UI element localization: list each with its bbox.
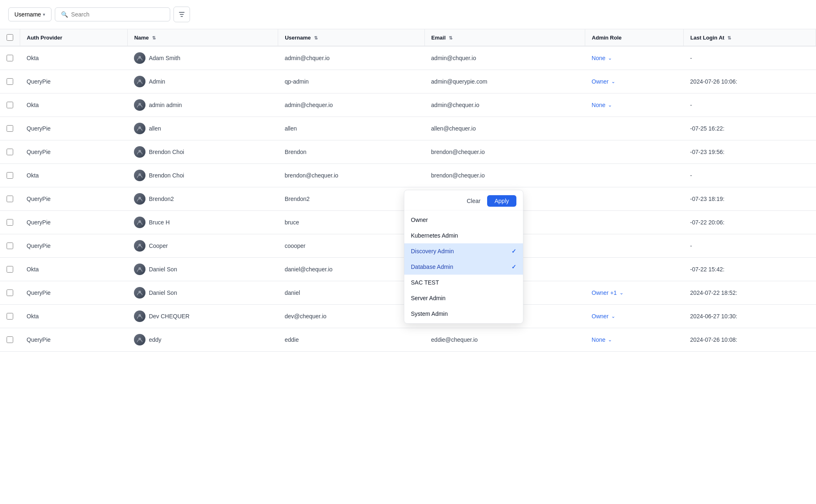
row-checkbox[interactable]: [7, 125, 13, 132]
col-email[interactable]: Email ⇅: [424, 29, 585, 46]
name-text: Dev CHEQUER: [149, 313, 190, 320]
username-cell: brendon@chequer.io: [278, 164, 424, 187]
row-checkbox[interactable]: [7, 102, 13, 108]
auth-provider-cell: QueryPie: [20, 117, 128, 140]
dropdown-item[interactable]: SAC TEST: [404, 275, 523, 290]
auth-provider-cell: Okta: [20, 93, 128, 117]
select-all-header: [0, 29, 20, 46]
dropdown-item[interactable]: Database Admin ✓: [404, 259, 523, 275]
filter-icon: [178, 11, 185, 18]
table-row: QueryPie Admin qp-adminadmin@querypie.co…: [0, 70, 816, 93]
dropdown-item-label: Server Admin: [411, 295, 446, 301]
role-chevron-icon[interactable]: ⌄: [619, 290, 624, 296]
role-label: Owner: [592, 313, 609, 320]
name-cell: allen: [127, 117, 278, 140]
name-cell: admin admin: [127, 93, 278, 117]
dropdown-item[interactable]: System Admin: [404, 306, 523, 322]
username-cell: admin@chquer.io: [278, 46, 424, 70]
row-checkbox[interactable]: [7, 172, 13, 179]
row-checkbox[interactable]: [7, 289, 13, 296]
avatar: [134, 123, 145, 134]
email-cell: brendon@chequer.io: [424, 140, 585, 164]
admin-role-cell: None ⌄: [585, 328, 684, 352]
name-text: allen: [149, 125, 161, 132]
avatar: [134, 76, 145, 87]
table-row: Okta Adam Smith admin@chquer.ioadmin@chq…: [0, 46, 816, 70]
last-login-cell: -07-23 19:56:: [684, 140, 816, 164]
last-login-cell: -07-22 15:42:: [684, 258, 816, 281]
last-login-cell: -: [684, 93, 816, 117]
clear-button[interactable]: Clear: [464, 196, 484, 206]
name-text: Daniel Son: [149, 266, 177, 273]
avatar: [134, 240, 145, 252]
email-cell: brendon@chequer.io: [424, 164, 585, 187]
select-all-checkbox[interactable]: [7, 34, 13, 41]
check-icon: ✓: [511, 264, 516, 270]
role-label: Owner +1: [592, 289, 617, 296]
filter-button[interactable]: [174, 7, 190, 22]
username-cell: admin@chequer.io: [278, 93, 424, 117]
table-header-row: Auth Provider Name ⇅ Username ⇅ Email ⇅ …: [0, 29, 816, 46]
avatar: [134, 217, 145, 228]
col-name[interactable]: Name ⇅: [127, 29, 278, 46]
role-chevron-icon[interactable]: ⌄: [611, 313, 615, 319]
last-login-cell: -: [684, 164, 816, 187]
role-label: None: [592, 102, 605, 108]
role-chevron-icon[interactable]: ⌄: [611, 79, 615, 84]
dropdown-item[interactable]: Kubernetes Admin: [404, 228, 523, 243]
last-login-cell: 2024-07-26 10:08:: [684, 328, 816, 352]
name-text: Brendon Choi: [149, 149, 184, 155]
dropdown-item-label: SAC TEST: [411, 279, 439, 286]
name-text: Adam Smith: [149, 55, 180, 61]
dropdown-item-label: System Admin: [411, 310, 448, 317]
role-label: None: [592, 55, 605, 61]
email-cell: eddie@chequer.io: [424, 328, 585, 352]
username-label: Username: [14, 11, 41, 18]
row-checkbox[interactable]: [7, 55, 13, 61]
table-row: QueryPie allen allenallen@chequer.io-07-…: [0, 117, 816, 140]
role-chevron-icon[interactable]: ⌄: [608, 102, 612, 108]
name-cell: Admin: [127, 70, 278, 93]
avatar: [134, 99, 145, 111]
col-admin-role: Admin Role: [585, 29, 684, 46]
row-checkbox[interactable]: [7, 313, 13, 320]
search-input[interactable]: [71, 11, 164, 18]
row-checkbox[interactable]: [7, 219, 13, 226]
auth-provider-cell: Okta: [20, 258, 128, 281]
username-cell: daniel@chequer.io: [278, 258, 424, 281]
name-text: Bruce H: [149, 219, 170, 226]
name-cell: Daniel Son: [127, 281, 278, 305]
row-checkbox[interactable]: [7, 266, 13, 273]
col-username[interactable]: Username ⇅: [278, 29, 424, 46]
dropdown-item[interactable]: Discovery Admin ✓: [404, 243, 523, 259]
dropdown-item[interactable]: Server Admin: [404, 290, 523, 306]
name-text: Admin: [149, 78, 165, 85]
row-checkbox[interactable]: [7, 243, 13, 249]
auth-provider-cell: QueryPie: [20, 234, 128, 258]
dropdown-item-label: Kubernetes Admin: [411, 232, 458, 239]
avatar: [134, 310, 145, 322]
apply-button[interactable]: Apply: [487, 195, 516, 207]
row-checkbox[interactable]: [7, 78, 13, 85]
admin-role-cell: None ⌄: [585, 46, 684, 70]
row-checkbox[interactable]: [7, 196, 13, 202]
last-login-cell: -07-25 16:22:: [684, 117, 816, 140]
admin-role-dropdown: Clear Apply Owner Kubernetes Admin Disco…: [404, 190, 523, 324]
role-label: None: [592, 336, 605, 343]
name-cell: Dev CHEQUER: [127, 305, 278, 328]
table-row: Okta admin admin admin@chequer.ioadmin@c…: [0, 93, 816, 117]
dropdown-item-label: Owner: [411, 217, 428, 223]
row-checkbox[interactable]: [7, 336, 13, 343]
col-last-login[interactable]: Last Login At ⇅: [684, 29, 816, 46]
sort-icon-email: ⇅: [449, 35, 453, 41]
name-cell: Adam Smith: [127, 46, 278, 70]
name-cell: eddy: [127, 328, 278, 352]
role-chevron-icon[interactable]: ⌄: [608, 337, 612, 343]
dropdown-item[interactable]: Owner: [404, 212, 523, 228]
role-chevron-icon[interactable]: ⌄: [608, 55, 612, 61]
last-login-cell: -07-22 20:06:: [684, 211, 816, 234]
username-dropdown[interactable]: Username ▾: [8, 7, 52, 21]
row-checkbox[interactable]: [7, 149, 13, 155]
username-cell: eddie: [278, 328, 424, 352]
username-cell: bruce: [278, 211, 424, 234]
